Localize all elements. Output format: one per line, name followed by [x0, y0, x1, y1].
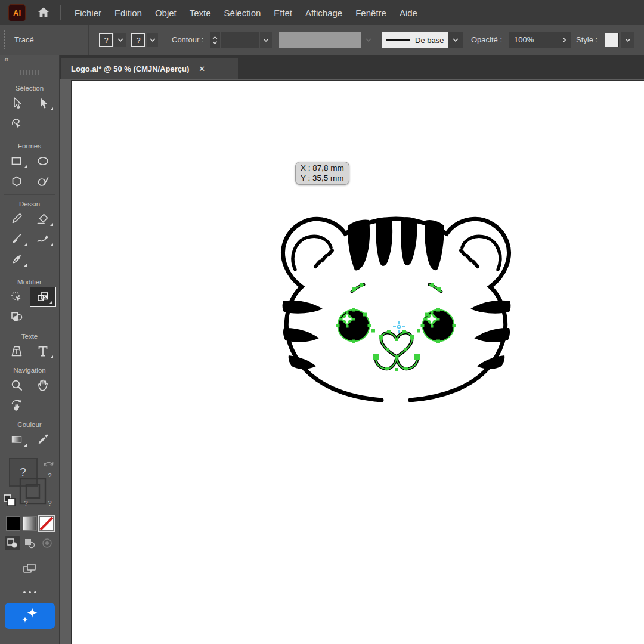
edit-toolbar-ellipsis-icon[interactable]: [0, 591, 59, 593]
panel-grip-icon[interactable]: [4, 30, 5, 49]
tab-close-icon[interactable]: ✕: [199, 64, 205, 73]
stroke-weight-field[interactable]: [221, 32, 259, 48]
curvature-tool[interactable]: [30, 229, 56, 249]
proxy-unknown-right: ?: [48, 500, 52, 507]
rotate-view-tool[interactable]: [4, 395, 30, 416]
proxy-unknown-left: ?: [24, 500, 28, 507]
collapse-panel-icon[interactable]: «: [4, 55, 7, 64]
tooltip-x-value: X : 87,8 mm: [301, 163, 344, 174]
default-colors-icon[interactable]: [3, 494, 16, 509]
stroke-color-button[interactable]: ?: [131, 33, 145, 47]
menu-bar: Ai Fichier Edition Objet Texte Sélection…: [0, 0, 644, 26]
tools-divider: [4, 194, 55, 195]
menu-edition[interactable]: Edition: [108, 0, 148, 25]
document-tab-bar: Logo.ai* @ 50 % (CMJN/Aperçu) ✕: [60, 55, 644, 79]
ellipse-tool[interactable]: [30, 151, 56, 171]
menu-aide[interactable]: Aide: [393, 0, 424, 25]
menu-texte[interactable]: Texte: [183, 0, 218, 25]
tiger-logo-artwork[interactable]: [265, 212, 528, 408]
opacity-field[interactable]: 100%: [509, 32, 558, 48]
artboard-tool[interactable]: [17, 559, 43, 579]
polygon-tool[interactable]: [4, 171, 30, 191]
pencil-tool[interactable]: [4, 209, 30, 229]
tools-divider: [4, 273, 55, 273]
brush-stroke-preview: [386, 39, 410, 41]
menu-selection[interactable]: Sélection: [218, 0, 268, 25]
draw-inside-mode[interactable]: [39, 536, 55, 550]
draw-normal-mode[interactable]: [5, 536, 20, 550]
measure-tooltip: X : 87,8 mm Y : 35,5 mm: [295, 162, 349, 185]
free-transform-tool[interactable]: [30, 287, 56, 307]
menu-affichage[interactable]: Affichage: [299, 0, 349, 25]
illustrator-window: Ai Fichier Edition Objet Texte Sélection…: [0, 0, 644, 644]
rectangle-tool[interactable]: [4, 151, 30, 171]
document-tab[interactable]: Logo.ai* @ 50 % (CMJN/Aperçu) ✕: [61, 58, 238, 79]
stroke-weight-dropdown[interactable]: [260, 32, 272, 48]
home-icon[interactable]: [36, 5, 51, 20]
stroke-swatch[interactable]: [18, 477, 47, 508]
variable-width-profile: [279, 32, 361, 48]
section-formes: Formes: [0, 143, 59, 150]
graphic-style-dropdown[interactable]: [621, 32, 634, 48]
brush-definition-select[interactable]: De base: [382, 32, 448, 48]
section-dessin: Dessin: [0, 200, 59, 208]
tools-grip-icon[interactable]: [20, 70, 40, 75]
section-navigation: Navigation: [0, 367, 59, 374]
tools-panel: « Sélection: [0, 55, 60, 644]
menu-fenetre[interactable]: Fenêtre: [349, 0, 393, 25]
menu-separator: [60, 5, 61, 20]
stroke-weight-label[interactable]: Contour :: [172, 32, 203, 48]
section-texte: Texte: [0, 333, 59, 340]
fill-color-button[interactable]: ?: [99, 33, 113, 47]
fill-stroke-proxy[interactable]: ? ? ? ?: [3, 457, 57, 512]
variable-width-dropdown: [363, 32, 374, 48]
menu-separator-2: [428, 5, 428, 20]
app-icon[interactable]: Ai: [8, 4, 26, 21]
direct-selection-tool[interactable]: [30, 93, 56, 113]
gradient-tool[interactable]: [4, 429, 30, 450]
tool-spacer: [30, 249, 56, 270]
zoom-tool[interactable]: [4, 375, 30, 395]
control-bar: Tracé ? ? Contour : De base Opac: [0, 25, 644, 55]
tooltip-y-value: Y : 35,5 mm: [301, 174, 344, 184]
selection-tool[interactable]: [4, 93, 30, 113]
section-modifier: Modifier: [0, 278, 59, 286]
menu-fichier[interactable]: Fichier: [68, 0, 108, 25]
opacity-expand-button[interactable]: [558, 32, 571, 48]
tools-divider: [4, 137, 55, 137]
touch-type-tool[interactable]: [4, 341, 30, 361]
shaper-tool[interactable]: [30, 171, 56, 191]
fill-color-dropdown[interactable]: [114, 33, 126, 47]
style-label: Style :: [576, 32, 597, 48]
color-swatch-black[interactable]: [6, 516, 20, 531]
tool-spacer: [30, 307, 56, 327]
stroke-unknown-mark: ?: [48, 472, 52, 479]
fountain-pen-tool[interactable]: [4, 249, 30, 270]
context-label: Tracé: [14, 32, 34, 48]
puppet-warp-tool[interactable]: [4, 287, 30, 307]
paintbrush-tool[interactable]: [4, 229, 30, 249]
color-swatch-none[interactable]: [39, 516, 54, 531]
tool-spacer: [30, 113, 56, 134]
opacity-label[interactable]: Opacité :: [471, 32, 502, 48]
document-tab-title: Logo.ai* @ 50 % (CMJN/Aperçu): [71, 64, 189, 73]
stroke-color-dropdown[interactable]: [147, 33, 158, 47]
swap-colors-icon[interactable]: [42, 458, 55, 471]
menu-effet[interactable]: Effet: [267, 0, 299, 25]
eraser-tool[interactable]: [30, 209, 56, 229]
lasso-tool[interactable]: [4, 113, 30, 134]
eyedropper-tool[interactable]: [30, 429, 56, 450]
brush-definition-dropdown[interactable]: [448, 32, 463, 48]
graphic-style-swatch[interactable]: [605, 33, 619, 47]
color-swatch-gradient[interactable]: [23, 516, 37, 531]
stroke-weight-stepper[interactable]: [210, 32, 220, 48]
generative-ai-button[interactable]: [5, 603, 55, 629]
shape-builder-tool[interactable]: [4, 307, 30, 327]
tool-spacer: [30, 395, 56, 416]
section-couleur: Couleur: [0, 421, 59, 428]
hand-tool[interactable]: [30, 375, 56, 395]
draw-behind-mode[interactable]: [22, 536, 38, 550]
menu-objet[interactable]: Objet: [148, 0, 183, 25]
section-selection: Sélection: [0, 85, 59, 92]
type-tool[interactable]: [30, 341, 56, 361]
